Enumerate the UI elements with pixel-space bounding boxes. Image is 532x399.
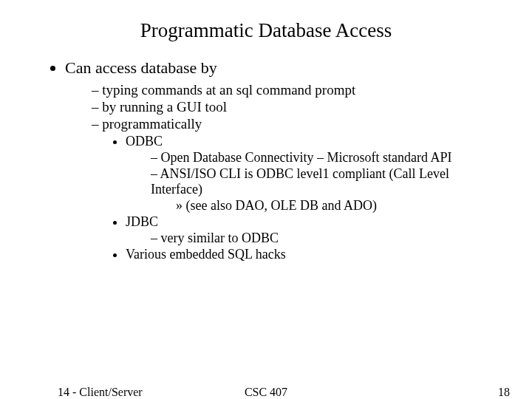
prog-item: ODBC Open Database Connectivity – Micros…	[126, 134, 502, 214]
slide: Programmatic Database Access Can access …	[0, 0, 532, 399]
see-also-item: (see also DAO, OLE DB and ADO)	[176, 198, 502, 214]
jdbc-sublist: very similar to ODBC	[126, 231, 502, 246]
footer-page: 18	[498, 386, 510, 399]
see-also-list: (see also DAO, OLE DB and ADO)	[151, 198, 502, 214]
sub-item: by running a GUI tool	[92, 99, 502, 115]
jdbc-sub-item: very similar to ODBC	[151, 231, 502, 246]
sub-item: programmatically ODBC Open Database Conn…	[92, 116, 502, 262]
bullet-text: Can access database by	[65, 58, 217, 77]
footer-center: CSC 407	[0, 386, 532, 399]
prog-item: Various embedded SQL hacks	[126, 247, 502, 262]
bullet-item: Can access database by typing commands a…	[65, 58, 502, 262]
prog-text: JDBC	[126, 214, 158, 229]
odbc-sub-item: Open Database Connectivity – Microsoft s…	[151, 150, 502, 166]
prog-item: JDBC very similar to ODBC	[126, 214, 502, 246]
sub-list: typing commands at an sql command prompt…	[65, 82, 502, 262]
odbc-sub-text: ANSI/ISO CLI is ODBC level1 compliant (C…	[151, 166, 449, 197]
prog-text: ODBC	[126, 134, 163, 149]
slide-title: Programmatic Database Access	[30, 19, 502, 42]
odbc-sub-item: ANSI/ISO CLI is ODBC level1 compliant (C…	[151, 166, 502, 214]
prog-list: ODBC Open Database Connectivity – Micros…	[92, 134, 502, 262]
sub-item: typing commands at an sql command prompt	[92, 82, 502, 98]
sub-text: programmatically	[102, 116, 202, 132]
odbc-sublist: Open Database Connectivity – Microsoft s…	[126, 150, 502, 214]
bullet-list: Can access database by typing commands a…	[30, 58, 502, 262]
